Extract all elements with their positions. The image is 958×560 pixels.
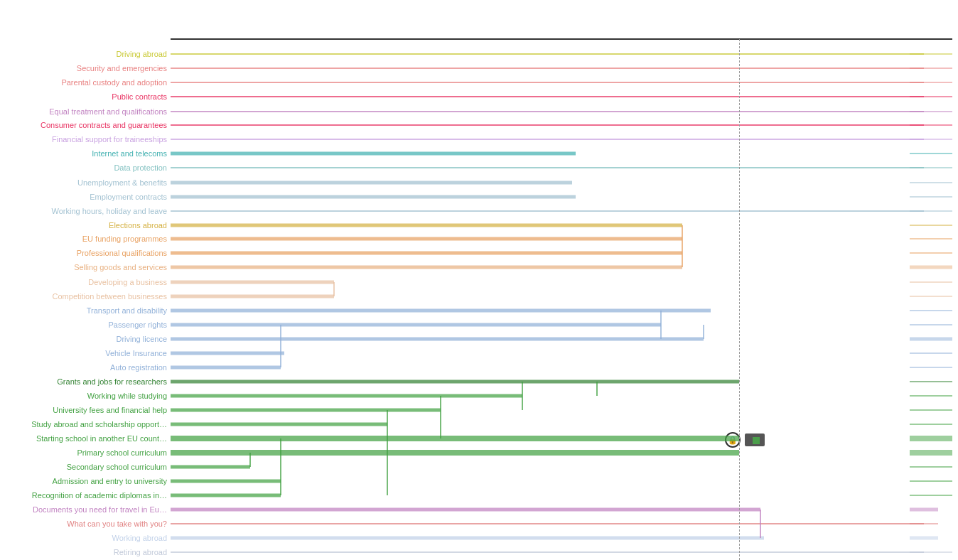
vertical-dashed-line: [739, 39, 740, 560]
svg-text:Grants and jobs for researcher: Grants and jobs for researchers: [57, 377, 167, 386]
svg-text:Documents you need for travel : Documents you need for travel in Eu…: [33, 505, 167, 514]
svg-text:Admission and entry to univers: Admission and entry to university: [53, 477, 168, 485]
svg-text:Professional qualifications: Professional qualifications: [77, 249, 168, 257]
svg-text:Public contracts: Public contracts: [112, 92, 167, 101]
chart-svg: Driving abroadSecurity and emergenciesPa…: [0, 0, 958, 560]
svg-text:Security and emergencies: Security and emergencies: [77, 64, 168, 72]
svg-text:Auto registration: Auto registration: [110, 363, 167, 372]
svg-text:Competition between businesses: Competition between businesses: [53, 292, 168, 301]
svg-text:Working hours, holiday and lea: Working hours, holiday and leave: [52, 207, 167, 215]
svg-text:Retiring abroad: Retiring abroad: [114, 548, 167, 556]
svg-text:Equal treatment and qualificat: Equal treatment and qualifications: [49, 107, 167, 116]
svg-text:EU funding programmes: EU funding programmes: [82, 235, 168, 243]
svg-text:Employment contracts: Employment contracts: [90, 193, 167, 201]
svg-text:Selling goods and services: Selling goods and services: [74, 263, 167, 271]
svg-text:Primary school curriculum: Primary school curriculum: [77, 448, 167, 457]
svg-text:Driving abroad: Driving abroad: [116, 50, 167, 58]
svg-text:Developing a business: Developing a business: [88, 278, 167, 286]
svg-text:Study abroad and scholarship o: Study abroad and scholarship opport…: [31, 420, 167, 429]
svg-text:Unemployment & benefits: Unemployment & benefits: [77, 178, 167, 187]
svg-text:What can you take with you?: What can you take with you?: [67, 519, 167, 528]
svg-text:Driving licence: Driving licence: [116, 335, 167, 343]
svg-text:Secondary school curriculum: Secondary school curriculum: [67, 463, 167, 471]
svg-text:Vehicle Insurance: Vehicle Insurance: [105, 349, 167, 357]
chart-container: 🔒 Driving abroadSecurity and emergencies…: [0, 0, 958, 560]
svg-text:Recognition of academic diplom: Recognition of academic diplomas in…: [32, 491, 167, 500]
svg-text:Parental custody and adoption: Parental custody and adoption: [61, 78, 167, 87]
svg-text:University fees and financial : University fees and financial help: [53, 406, 167, 414]
svg-text:Elections abroad: Elections abroad: [109, 221, 167, 230]
svg-text:Passenger rights: Passenger rights: [108, 321, 167, 329]
svg-text:Starting school in another EU : Starting school in another EU count…: [36, 434, 167, 443]
svg-text:Working while studying: Working while studying: [87, 392, 167, 400]
svg-text:Data protection: Data protection: [114, 163, 167, 172]
svg-text:Consumer contracts and guarant: Consumer contracts and guarantees: [41, 121, 167, 129]
svg-text:Internet and telecoms: Internet and telecoms: [92, 149, 167, 158]
svg-text:Working abroad: Working abroad: [112, 534, 167, 542]
svg-text:Transport and disability: Transport and disability: [87, 306, 168, 315]
svg-text:Financial support for trainees: Financial support for traineeships: [52, 135, 168, 144]
